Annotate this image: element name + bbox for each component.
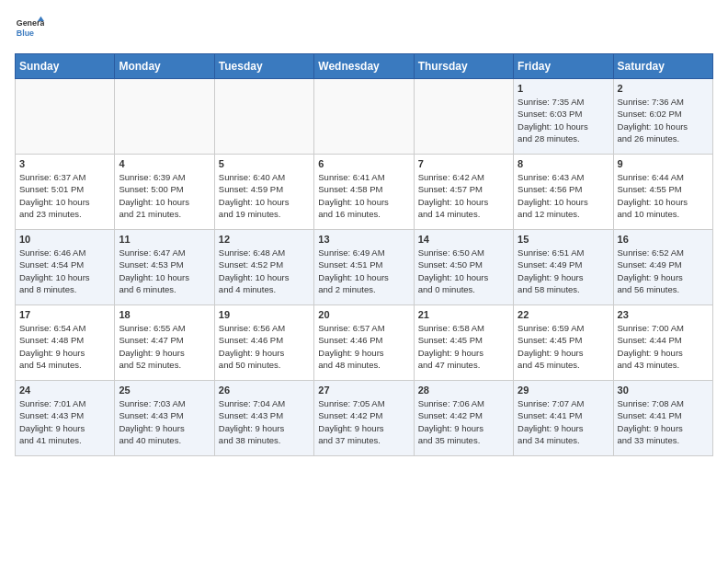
day-info: Sunrise: 6:51 AM Sunset: 4:49 PM Dayligh… [518, 247, 609, 295]
logo: General Blue [15, 15, 50, 44]
day-info: Sunrise: 6:40 AM Sunset: 4:59 PM Dayligh… [219, 171, 310, 220]
day-info: Sunrise: 7:01 AM Sunset: 4:43 PM Dayligh… [19, 397, 110, 446]
day-cell: 20Sunrise: 6:57 AM Sunset: 4:46 PM Dayli… [314, 305, 414, 381]
week-row-1: 1Sunrise: 7:35 AM Sunset: 6:03 PM Daylig… [16, 79, 713, 155]
day-number: 28 [418, 385, 509, 396]
day-info: Sunrise: 7:03 AM Sunset: 4:43 PM Dayligh… [119, 397, 210, 446]
day-cell: 24Sunrise: 7:01 AM Sunset: 4:43 PM Dayli… [16, 381, 115, 456]
day-cell: 5Sunrise: 6:40 AM Sunset: 4:59 PM Daylig… [214, 155, 313, 230]
day-cell: 13Sunrise: 6:49 AM Sunset: 4:51 PM Dayli… [314, 230, 414, 305]
day-info: Sunrise: 6:43 AM Sunset: 4:56 PM Dayligh… [518, 171, 609, 220]
day-info: Sunrise: 6:47 AM Sunset: 4:53 PM Dayligh… [119, 247, 210, 295]
day-number: 26 [219, 385, 310, 396]
day-number: 20 [318, 309, 409, 320]
calendar-header-row: SundayMondayTuesdayWednesdayThursdayFrid… [16, 54, 713, 79]
day-cell: 22Sunrise: 6:59 AM Sunset: 4:45 PM Dayli… [514, 305, 613, 381]
day-number: 8 [518, 158, 609, 169]
day-cell: 28Sunrise: 7:06 AM Sunset: 4:42 PM Dayli… [414, 381, 513, 456]
day-number: 19 [219, 309, 310, 320]
day-cell: 15Sunrise: 6:51 AM Sunset: 4:49 PM Dayli… [514, 230, 613, 305]
day-info: Sunrise: 6:48 AM Sunset: 4:52 PM Dayligh… [219, 247, 310, 295]
day-number: 15 [518, 234, 609, 245]
header: General Blue [15, 15, 713, 44]
day-number: 12 [219, 234, 310, 245]
day-cell: 1Sunrise: 7:35 AM Sunset: 6:03 PM Daylig… [514, 79, 613, 155]
day-info: Sunrise: 7:08 AM Sunset: 4:41 PM Dayligh… [618, 397, 709, 446]
day-info: Sunrise: 7:00 AM Sunset: 4:44 PM Dayligh… [618, 322, 709, 371]
day-info: Sunrise: 6:58 AM Sunset: 4:45 PM Dayligh… [418, 322, 509, 371]
day-info: Sunrise: 6:55 AM Sunset: 4:47 PM Dayligh… [119, 322, 210, 371]
day-number: 22 [518, 309, 609, 320]
day-info: Sunrise: 6:59 AM Sunset: 4:45 PM Dayligh… [518, 322, 609, 371]
logo-icon: General Blue [15, 15, 44, 44]
day-number: 25 [119, 385, 210, 396]
week-row-2: 3Sunrise: 6:37 AM Sunset: 5:01 PM Daylig… [16, 155, 713, 230]
week-row-5: 24Sunrise: 7:01 AM Sunset: 4:43 PM Dayli… [16, 381, 713, 456]
day-info: Sunrise: 6:39 AM Sunset: 5:00 PM Dayligh… [119, 171, 210, 220]
day-cell: 11Sunrise: 6:47 AM Sunset: 4:53 PM Dayli… [115, 230, 214, 305]
day-number: 29 [518, 385, 609, 396]
day-info: Sunrise: 6:50 AM Sunset: 4:50 PM Dayligh… [418, 247, 509, 295]
day-header-friday: Friday [514, 54, 613, 79]
day-cell: 26Sunrise: 7:04 AM Sunset: 4:43 PM Dayli… [214, 381, 313, 456]
day-info: Sunrise: 6:37 AM Sunset: 5:01 PM Dayligh… [19, 171, 110, 220]
day-info: Sunrise: 7:36 AM Sunset: 6:02 PM Dayligh… [618, 96, 709, 144]
calendar-table: SundayMondayTuesdayWednesdayThursdayFrid… [15, 53, 713, 456]
day-cell: 4Sunrise: 6:39 AM Sunset: 5:00 PM Daylig… [115, 155, 214, 230]
day-header-tuesday: Tuesday [214, 54, 313, 79]
day-header-sunday: Sunday [16, 54, 115, 79]
day-number: 21 [418, 309, 509, 320]
day-number: 10 [19, 234, 110, 245]
day-number: 2 [618, 83, 709, 94]
day-cell: 23Sunrise: 7:00 AM Sunset: 4:44 PM Dayli… [613, 305, 712, 381]
day-info: Sunrise: 6:44 AM Sunset: 4:55 PM Dayligh… [618, 171, 709, 220]
day-cell [115, 79, 214, 155]
day-number: 11 [119, 234, 210, 245]
day-info: Sunrise: 6:54 AM Sunset: 4:48 PM Dayligh… [19, 322, 110, 371]
day-cell [16, 79, 115, 155]
day-info: Sunrise: 7:04 AM Sunset: 4:43 PM Dayligh… [219, 397, 310, 446]
day-cell [314, 79, 414, 155]
day-cell: 21Sunrise: 6:58 AM Sunset: 4:45 PM Dayli… [414, 305, 513, 381]
day-header-saturday: Saturday [613, 54, 712, 79]
day-info: Sunrise: 7:35 AM Sunset: 6:03 PM Dayligh… [518, 96, 609, 144]
day-cell: 6Sunrise: 6:41 AM Sunset: 4:58 PM Daylig… [314, 155, 414, 230]
day-cell: 17Sunrise: 6:54 AM Sunset: 4:48 PM Dayli… [16, 305, 115, 381]
day-number: 17 [19, 309, 110, 320]
day-number: 6 [318, 158, 409, 169]
day-number: 13 [318, 234, 409, 245]
day-cell: 30Sunrise: 7:08 AM Sunset: 4:41 PM Dayli… [613, 381, 712, 456]
day-number: 1 [518, 83, 609, 94]
day-number: 23 [618, 309, 709, 320]
day-cell [414, 79, 513, 155]
day-info: Sunrise: 6:56 AM Sunset: 4:46 PM Dayligh… [219, 322, 310, 371]
day-number: 14 [418, 234, 509, 245]
day-info: Sunrise: 6:41 AM Sunset: 4:58 PM Dayligh… [318, 171, 409, 220]
day-number: 18 [119, 309, 210, 320]
day-number: 5 [219, 158, 310, 169]
day-info: Sunrise: 7:05 AM Sunset: 4:42 PM Dayligh… [318, 397, 409, 446]
day-number: 4 [119, 158, 210, 169]
day-cell: 8Sunrise: 6:43 AM Sunset: 4:56 PM Daylig… [514, 155, 613, 230]
day-cell: 27Sunrise: 7:05 AM Sunset: 4:42 PM Dayli… [314, 381, 414, 456]
week-row-4: 17Sunrise: 6:54 AM Sunset: 4:48 PM Dayli… [16, 305, 713, 381]
day-info: Sunrise: 6:42 AM Sunset: 4:57 PM Dayligh… [418, 171, 509, 220]
day-cell: 25Sunrise: 7:03 AM Sunset: 4:43 PM Dayli… [115, 381, 214, 456]
day-number: 16 [618, 234, 709, 245]
day-cell [214, 79, 313, 155]
day-cell: 2Sunrise: 7:36 AM Sunset: 6:02 PM Daylig… [613, 79, 712, 155]
day-number: 24 [19, 385, 110, 396]
day-number: 30 [618, 385, 709, 396]
day-number: 9 [618, 158, 709, 169]
day-cell: 14Sunrise: 6:50 AM Sunset: 4:50 PM Dayli… [414, 230, 513, 305]
day-info: Sunrise: 7:07 AM Sunset: 4:41 PM Dayligh… [518, 397, 609, 446]
day-info: Sunrise: 7:06 AM Sunset: 4:42 PM Dayligh… [418, 397, 509, 446]
day-cell: 7Sunrise: 6:42 AM Sunset: 4:57 PM Daylig… [414, 155, 513, 230]
day-cell: 9Sunrise: 6:44 AM Sunset: 4:55 PM Daylig… [613, 155, 712, 230]
svg-text:Blue: Blue [17, 29, 34, 38]
day-cell: 12Sunrise: 6:48 AM Sunset: 4:52 PM Dayli… [214, 230, 313, 305]
day-info: Sunrise: 6:57 AM Sunset: 4:46 PM Dayligh… [318, 322, 409, 371]
day-info: Sunrise: 6:49 AM Sunset: 4:51 PM Dayligh… [318, 247, 409, 295]
day-number: 3 [19, 158, 110, 169]
day-number: 7 [418, 158, 509, 169]
